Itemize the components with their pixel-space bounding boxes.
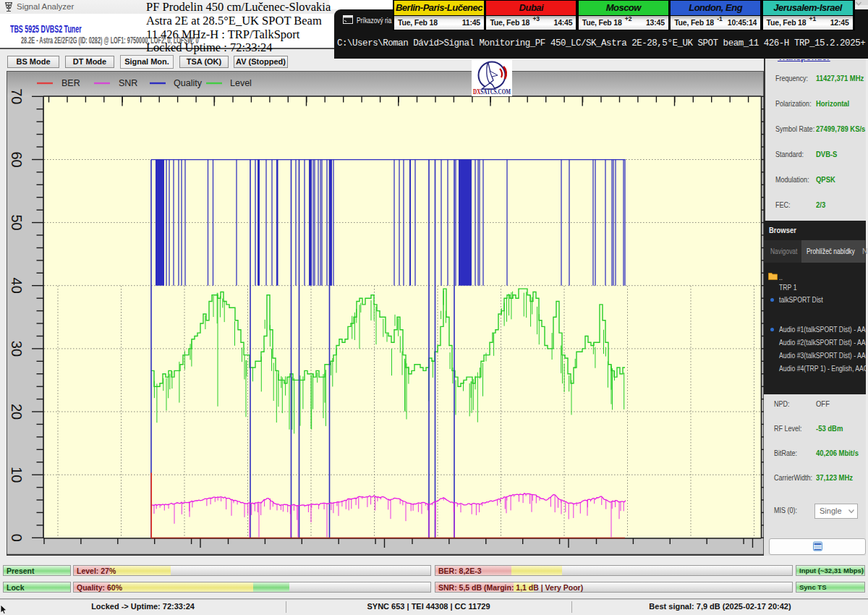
svg-text:40: 40 bbox=[9, 278, 25, 294]
svg-text:20: 20 bbox=[9, 404, 25, 420]
svg-text:0: 0 bbox=[9, 534, 25, 542]
svg-text:70: 70 bbox=[9, 88, 25, 104]
svg-text:60: 60 bbox=[9, 151, 25, 167]
svg-text:30: 30 bbox=[9, 341, 25, 357]
svg-text:BER: BER bbox=[61, 78, 80, 88]
svg-text:10: 10 bbox=[9, 467, 25, 483]
svg-text:DXSATCS.COM: DXSATCS.COM bbox=[473, 88, 511, 96]
svg-text:Level: Level bbox=[230, 78, 252, 88]
svg-text:SNR: SNR bbox=[119, 78, 137, 88]
svg-text:50: 50 bbox=[9, 214, 25, 230]
svg-text:Quality: Quality bbox=[174, 78, 203, 88]
